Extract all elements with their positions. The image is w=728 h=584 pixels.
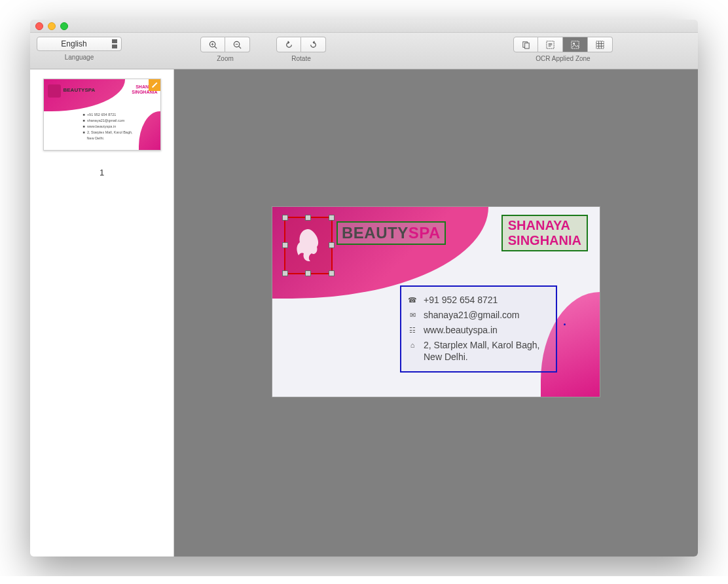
zoom-out-icon bbox=[232, 40, 242, 50]
web-icon: ☷ bbox=[408, 324, 417, 336]
logo-silhouette-icon bbox=[292, 226, 325, 265]
email-text: shanaya21@gmail.com bbox=[424, 309, 520, 321]
zoom-in-icon bbox=[208, 40, 218, 50]
app-window: English ▲▼ Language Zoom bbox=[30, 20, 698, 557]
page-thumbnail[interactable]: BEAUTYSPA SHANAYASINGHANIA ■ +91 952 654… bbox=[43, 79, 161, 151]
table-zone-icon bbox=[595, 40, 605, 50]
zone-text-button[interactable] bbox=[538, 37, 563, 52]
image-zone-icon bbox=[570, 40, 580, 50]
zoom-in-button[interactable] bbox=[200, 37, 225, 52]
rotate-left-icon bbox=[284, 40, 294, 50]
brand-zone[interactable]: BEAUTYSPA bbox=[337, 221, 446, 245]
svg-line-5 bbox=[239, 46, 241, 48]
zone-image-button[interactable] bbox=[563, 37, 588, 52]
brand-part-2: SPA bbox=[409, 224, 441, 242]
rotate-right-button[interactable] bbox=[301, 37, 326, 52]
rotate-group: Rotate bbox=[276, 37, 326, 62]
logo-zone-selected[interactable] bbox=[284, 217, 333, 274]
website-text: www.beautyspa.in bbox=[424, 324, 498, 336]
resize-handle[interactable] bbox=[305, 270, 311, 276]
zoom-label: Zoom bbox=[217, 55, 234, 62]
svg-rect-8 bbox=[524, 43, 529, 48]
rotate-right-icon bbox=[308, 40, 318, 50]
content-area: BEAUTYSPA SHANAYASINGHANIA ■ +91 952 654… bbox=[30, 69, 698, 557]
marker-dot bbox=[564, 323, 566, 325]
close-button[interactable] bbox=[35, 22, 43, 30]
language-group: English ▲▼ Language bbox=[37, 37, 122, 61]
phone-icon: ☎ bbox=[408, 294, 417, 306]
maximize-button[interactable] bbox=[60, 22, 68, 30]
page-number: 1 bbox=[100, 168, 104, 177]
zoom-out-button[interactable] bbox=[225, 37, 250, 52]
resize-handle[interactable] bbox=[329, 242, 335, 248]
rotate-label: Rotate bbox=[291, 55, 310, 62]
address-text: 2, Starplex Mall, Karol Bagh, New Delhi. bbox=[424, 339, 549, 363]
edit-badge-icon bbox=[149, 79, 160, 91]
location-icon: ⌂ bbox=[408, 339, 417, 351]
phone-text: +91 952 654 8721 bbox=[424, 294, 498, 306]
resize-handle[interactable] bbox=[282, 270, 288, 276]
text-zone-icon bbox=[545, 40, 555, 50]
zone-table-button[interactable] bbox=[588, 37, 613, 52]
svg-line-1 bbox=[214, 46, 216, 48]
titlebar bbox=[30, 20, 698, 33]
svg-rect-13 bbox=[572, 41, 579, 48]
minimize-button[interactable] bbox=[48, 22, 56, 30]
ocr-zone-group: OCR Applied Zone bbox=[513, 37, 613, 62]
thumbnail-sidebar: BEAUTYSPA SHANAYASINGHANIA ■ +91 952 654… bbox=[30, 69, 174, 557]
name-line-1: SHANAYA bbox=[508, 218, 581, 233]
ocr-zone-label: OCR Applied Zone bbox=[536, 55, 590, 62]
resize-handle[interactable] bbox=[305, 215, 311, 221]
resize-handle[interactable] bbox=[282, 215, 288, 221]
language-label: Language bbox=[65, 54, 94, 61]
name-line-2: SINGHANIA bbox=[508, 233, 581, 248]
dropdown-arrows-icon: ▲▼ bbox=[113, 40, 118, 48]
name-zone[interactable]: SHANAYA SINGHANIA bbox=[501, 215, 588, 251]
business-card: BEAUTYSPA SHANAYA SINGHANIA ☎ +91 952 65… bbox=[272, 207, 600, 397]
resize-handle[interactable] bbox=[329, 215, 335, 221]
svg-point-14 bbox=[573, 43, 575, 45]
zone-copy-button[interactable] bbox=[513, 37, 538, 52]
brand-part-1: BEAUTY bbox=[342, 224, 409, 242]
email-icon: ✉ bbox=[408, 309, 417, 321]
zoom-group: Zoom bbox=[200, 37, 250, 62]
resize-handle[interactable] bbox=[282, 242, 288, 248]
rotate-left-button[interactable] bbox=[276, 37, 301, 52]
language-value: English bbox=[61, 39, 86, 48]
contact-zone[interactable]: ☎ +91 952 654 8721 ✉ shanaya21@gmail.com… bbox=[400, 285, 557, 373]
canvas[interactable]: BEAUTYSPA SHANAYA SINGHANIA ☎ +91 952 65… bbox=[174, 69, 698, 557]
thumb-details: ■ +91 952 654 8721 ■ shanaya21@gmail.com… bbox=[83, 112, 133, 141]
svg-rect-15 bbox=[596, 41, 604, 48]
copy-icon bbox=[521, 40, 531, 50]
language-select[interactable]: English ▲▼ bbox=[37, 37, 122, 51]
resize-handle[interactable] bbox=[329, 270, 335, 276]
thumb-brand: BEAUTYSPA bbox=[64, 87, 96, 93]
toolbar: English ▲▼ Language Zoom bbox=[30, 33, 698, 69]
